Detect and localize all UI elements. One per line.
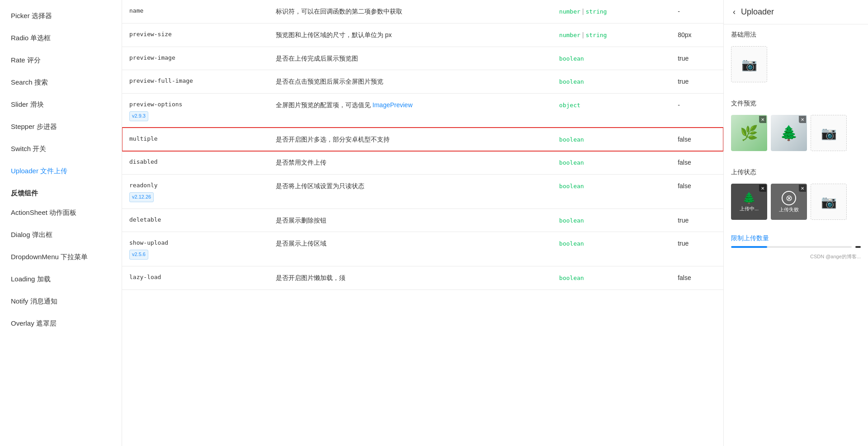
- sidebar-item-switch[interactable]: Switch 开关: [0, 138, 122, 160]
- version-badge: v2.12.26: [129, 192, 154, 202]
- type-text: boolean: [559, 275, 584, 281]
- progress-bar-container: [731, 246, 861, 248]
- close-failed-icon[interactable]: ✕: [799, 185, 806, 192]
- table-row: preview-optionsv2.9.3全屏图片预览的配置项，可选值见 Ima…: [122, 94, 723, 128]
- type-text: object: [559, 102, 580, 109]
- prop-cell: readonlyv2.12.26: [122, 175, 269, 209]
- camera-icon-preview: 📷: [821, 126, 837, 141]
- description-cell: 是否开启图片多选，部分安卓机型不支持: [269, 128, 552, 151]
- default-cell: false: [670, 128, 723, 151]
- type-cell: boolean: [552, 128, 670, 151]
- default-cell: false: [670, 151, 723, 175]
- type-cell: boolean: [552, 70, 670, 94]
- type-cell: boolean: [552, 47, 670, 70]
- upload-item-failed[interactable]: ✕ ⊗ 上传失败: [771, 184, 807, 220]
- prop-name: multiple: [129, 134, 261, 144]
- default-cell: -: [670, 0, 723, 23]
- description-cell: 是否在上传完成后展示预览图: [269, 47, 552, 70]
- description-cell: 是否展示删除按钮: [269, 209, 552, 232]
- sidebar-item-actionsheet[interactable]: ActionSheet 动作面板: [0, 201, 122, 223]
- type-text: number: [559, 8, 580, 15]
- type-text: number: [559, 32, 580, 38]
- table-row: deletable是否展示删除按钮booleantrue: [122, 209, 723, 232]
- api-table: name标识符，可以在回调函数的第二项参数中获取number|string-pr…: [122, 0, 723, 290]
- default-cell: -: [670, 94, 723, 128]
- upload-item-tree[interactable]: 🌲 ✕: [771, 115, 807, 151]
- default-cell: true: [670, 209, 723, 232]
- type-text: boolean: [559, 159, 584, 166]
- feedback-section-title: 反馈组件: [0, 182, 122, 201]
- prop-cell: preview-image: [122, 47, 269, 70]
- sidebar-item-overlay[interactable]: Overlay 遮罩层: [0, 312, 122, 334]
- right-panel-header: ‹ Uploader: [724, 0, 868, 24]
- upload-add-preview[interactable]: 📷: [811, 115, 847, 151]
- prop-cell: name: [122, 0, 269, 23]
- table-row: preview-full-image是否在点击预览图后展示全屏图片预览boole…: [122, 70, 723, 94]
- main-content: name标识符，可以在回调函数的第二项参数中获取number|string-pr…: [122, 0, 723, 446]
- sidebar-item-radio[interactable]: Radio 单选框: [0, 27, 122, 49]
- type-cell: boolean: [552, 209, 670, 232]
- camera-icon: 📷: [741, 57, 757, 72]
- file-preview-grid: 🌿 ✕ 🌲 ✕ 📷: [731, 111, 861, 155]
- file-preview-section-title: 文件预览: [724, 93, 868, 111]
- sidebar-item-uploader[interactable]: Uploader 文件上传: [0, 160, 122, 182]
- sidebar-item-slider[interactable]: Slider 滑块: [0, 93, 122, 115]
- description-cell: 是否在点击预览图后展示全屏图片预览: [269, 70, 552, 94]
- prop-cell: multiple: [122, 128, 269, 151]
- close-plant-icon[interactable]: ✕: [759, 116, 766, 123]
- upload-status-demo: ✕ 🌲 上传中... ✕ ⊗ 上传失败 📷: [724, 180, 868, 231]
- sidebar-item-dialog[interactable]: Dialog 弹出框: [0, 223, 122, 246]
- table-row: disabled是否禁用文件上传booleanfalse: [122, 151, 723, 175]
- type-text-2: string: [585, 32, 607, 38]
- prop-name: readonly: [129, 181, 261, 190]
- type-text: boolean: [559, 183, 584, 190]
- type-cell: boolean: [552, 175, 670, 209]
- upload-item-uploading[interactable]: ✕ 🌲 上传中...: [731, 184, 767, 220]
- sidebar-item-loading[interactable]: Loading 加载: [0, 268, 122, 290]
- type-text: boolean: [559, 136, 584, 143]
- type-cell: number|string: [552, 23, 670, 47]
- basic-upload-grid: 📷: [731, 43, 861, 86]
- upload-add-status[interactable]: 📷: [811, 184, 847, 220]
- description-cell: 是否禁用文件上传: [269, 151, 552, 175]
- upload-add-basic[interactable]: 📷: [731, 46, 767, 82]
- sidebar-item-picker[interactable]: Picker 选择器: [0, 5, 122, 27]
- sidebar-item-stepper[interactable]: Stepper 步进器: [0, 115, 122, 138]
- sidebar-item-dropdownmenu[interactable]: DropdownMenu 下拉菜单: [0, 246, 122, 268]
- prop-cell: disabled: [122, 151, 269, 175]
- back-button[interactable]: ‹: [733, 7, 736, 17]
- prop-name: name: [129, 6, 261, 16]
- prop-cell: lazy-load: [122, 266, 269, 289]
- sidebar-item-notify[interactable]: Notify 消息通知: [0, 290, 122, 312]
- prop-name: preview-image: [129, 53, 261, 63]
- close-uploading-icon[interactable]: ✕: [759, 185, 766, 192]
- description-cell: 是否开启图片懒加载，须: [269, 266, 552, 289]
- close-tree-icon[interactable]: ✕: [799, 116, 806, 123]
- table-row: preview-size预览图和上传区域的尺寸，默认单位为 pxnumber|s…: [122, 23, 723, 47]
- type-separator: |: [582, 31, 584, 38]
- fail-icon: ⊗: [782, 191, 796, 205]
- type-text: boolean: [559, 78, 584, 85]
- type-text: boolean: [559, 240, 584, 247]
- right-panel-title: Uploader: [741, 7, 774, 17]
- default-cell: false: [670, 266, 723, 289]
- type-text: boolean: [559, 55, 584, 62]
- type-separator: |: [582, 8, 584, 15]
- prop-cell: preview-optionsv2.9.3: [122, 94, 269, 128]
- prop-name: deletable: [129, 215, 261, 225]
- version-badge: v2.5.6: [129, 250, 148, 260]
- sidebar-item-rate[interactable]: Rate 评分: [0, 49, 122, 71]
- table-row: show-uploadv2.5.6是否展示上传区域booleantrue: [122, 232, 723, 266]
- type-cell: number|string: [552, 0, 670, 23]
- failed-label: 上传失败: [779, 206, 799, 213]
- version-badge: v2.9.3: [129, 111, 148, 121]
- upload-item-plant[interactable]: 🌿 ✕: [731, 115, 767, 151]
- file-preview-demo: 🌿 ✕ 🌲 ✕ 📷: [724, 111, 868, 162]
- sidebar: Picker 选择器 Radio 单选框 Rate 评分 Search 搜索 S…: [0, 0, 122, 446]
- default-cell: true: [670, 70, 723, 94]
- sidebar-item-search[interactable]: Search 搜索: [0, 71, 122, 93]
- basic-demo: 📷: [724, 43, 868, 93]
- type-cell: boolean: [552, 151, 670, 175]
- prop-name: lazy-load: [129, 273, 261, 282]
- imagepreview-link[interactable]: ImagePreview: [373, 101, 413, 109]
